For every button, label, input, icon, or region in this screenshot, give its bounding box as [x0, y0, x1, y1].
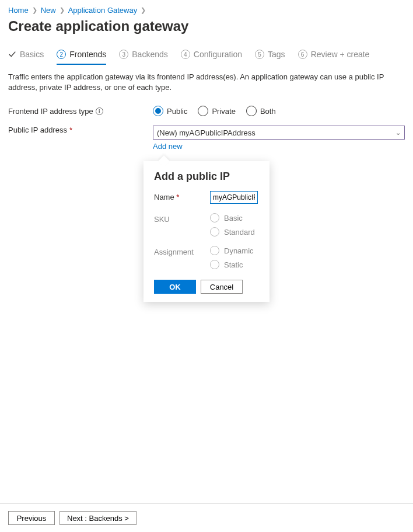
tab-label: Review + create	[311, 50, 370, 59]
radio-label: Dynamic	[224, 246, 254, 255]
tab-label: Backends	[132, 50, 167, 59]
popover-title: Add a public IP	[154, 171, 259, 183]
radio-icon	[198, 106, 208, 116]
radio-icon	[246, 106, 257, 116]
radio-public[interactable]: Public	[153, 106, 187, 116]
step-number-icon: 4	[181, 50, 190, 59]
breadcrumb-home[interactable]: Home	[8, 6, 29, 15]
step-number-icon: 5	[255, 50, 264, 59]
chevron-down-icon: ⌄	[396, 129, 401, 137]
radio-sku-basic: Basic	[210, 213, 259, 222]
page-title: Create application gateway	[8, 18, 405, 34]
sku-label: SKU	[154, 213, 210, 224]
tab-review-create[interactable]: 6 Review + create	[298, 50, 370, 65]
field-public-ip: Public IP address * (New) myAGPublicIPAd…	[8, 126, 405, 151]
previous-button[interactable]: Previous	[8, 511, 55, 525]
check-icon	[8, 50, 16, 58]
name-label: Name	[154, 193, 174, 201]
tab-backends[interactable]: 3 Backends	[119, 50, 167, 65]
popover-beak	[158, 155, 170, 167]
tab-description: Traffic enters the application gateway v…	[8, 72, 405, 93]
radio-icon	[153, 106, 163, 116]
public-ip-select[interactable]: (New) myAGPublicIPAddress ⌄	[153, 126, 405, 140]
radio-label: Standard	[224, 228, 255, 237]
radio-icon	[210, 260, 219, 269]
tab-basics[interactable]: Basics	[8, 50, 44, 65]
radio-both[interactable]: Both	[246, 106, 276, 116]
wizard-tabs: Basics 2 Frontends 3 Backends 4 Configur…	[8, 50, 405, 65]
field-frontend-ip-type: Frontend IP address type i Public Privat…	[8, 106, 405, 116]
next-button[interactable]: Next : Backends >	[60, 511, 136, 525]
chevron-right-icon: ❯	[31, 6, 38, 14]
tab-label: Frontends	[69, 50, 106, 59]
tab-tags[interactable]: 5 Tags	[255, 50, 285, 65]
breadcrumb: Home ❯ New ❯ Application Gateway ❯	[8, 6, 405, 15]
step-number-icon: 6	[298, 50, 307, 59]
radio-assignment-dynamic: Dynamic	[210, 246, 259, 255]
radio-icon	[210, 227, 219, 237]
radio-label: Private	[212, 107, 235, 116]
assignment-label: Assignment	[154, 246, 210, 256]
wizard-footer: Previous Next : Backends >	[0, 503, 413, 532]
radio-label: Static	[224, 260, 243, 269]
chevron-right-icon: ❯	[139, 6, 147, 14]
radio-label: Both	[260, 107, 276, 116]
radio-label: Basic	[224, 214, 243, 222]
tab-label: Configuration	[194, 50, 242, 59]
radio-label: Public	[167, 107, 187, 116]
radio-private[interactable]: Private	[198, 106, 235, 116]
required-indicator: *	[176, 193, 179, 201]
select-value: (New) myAGPublicIPAddress	[157, 128, 256, 137]
radio-assignment-static: Static	[210, 260, 259, 269]
add-new-link[interactable]: Add new	[153, 142, 183, 151]
tab-label: Tags	[268, 50, 285, 59]
info-icon[interactable]: i	[96, 107, 103, 115]
cancel-button[interactable]: Cancel	[201, 280, 243, 294]
breadcrumb-application-gateway[interactable]: Application Gateway	[68, 6, 138, 15]
tab-configuration[interactable]: 4 Configuration	[181, 50, 242, 65]
step-number-icon: 3	[119, 50, 128, 59]
radio-icon	[210, 213, 219, 222]
breadcrumb-new[interactable]: New	[41, 6, 56, 15]
step-number-icon: 2	[57, 50, 66, 59]
frontend-ip-type-label: Frontend IP address type	[8, 107, 93, 116]
tab-label: Basics	[20, 50, 44, 59]
ok-button[interactable]: OK	[154, 280, 196, 294]
radio-sku-standard: Standard	[210, 227, 259, 237]
required-indicator: *	[69, 126, 72, 134]
radio-icon	[210, 246, 219, 255]
chevron-right-icon: ❯	[58, 6, 66, 14]
name-input[interactable]	[210, 191, 258, 204]
tab-frontends[interactable]: 2 Frontends	[57, 50, 106, 65]
add-public-ip-popover: Add a public IP Name * SKU Basic Standar…	[144, 161, 270, 302]
public-ip-label: Public IP address	[8, 126, 67, 134]
